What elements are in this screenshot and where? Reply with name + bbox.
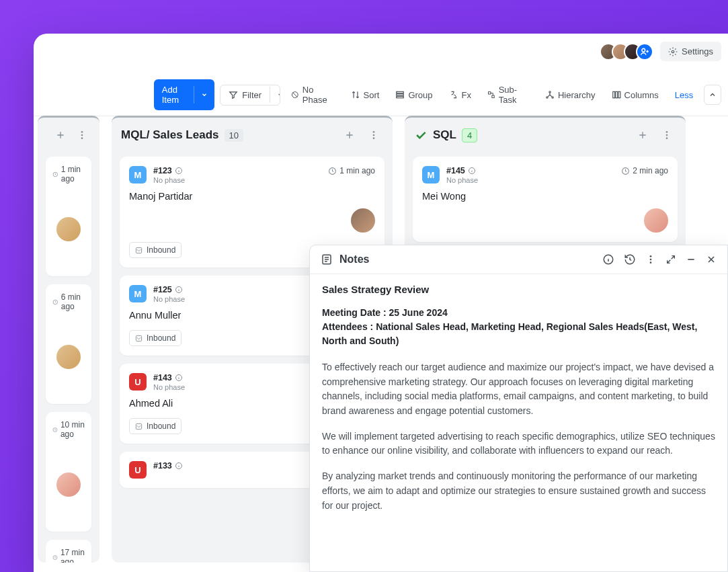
kanban-column-partial: 1 min ago 6 min ago 10 min ago 17 min ag…	[38, 116, 99, 563]
svg-point-32	[666, 131, 668, 133]
svg-rect-7	[492, 95, 494, 97]
assignee-avatar[interactable]	[644, 208, 668, 233]
card-tag[interactable]: Inbound	[129, 330, 181, 346]
card-tag[interactable]: Inbound	[129, 418, 181, 434]
subtask-button[interactable]: Sub-Task	[482, 81, 534, 109]
column-title: SQL	[433, 128, 456, 142]
expand-button[interactable]	[665, 254, 676, 265]
fx-button[interactable]: Fx	[444, 86, 477, 104]
info-button[interactable]	[602, 253, 614, 265]
subtask-icon	[487, 90, 495, 99]
notes-subtitle: Sales Strategy Review	[322, 284, 715, 295]
kanban-card[interactable]: 17 min ago	[46, 540, 91, 563]
svg-rect-4	[397, 94, 404, 95]
notes-title: Notes	[339, 253, 369, 265]
fx-icon	[449, 90, 458, 99]
chevron-down-icon[interactable]	[270, 87, 280, 103]
card-title: Mei Wong	[422, 191, 668, 202]
notes-meta: Meeting Date : 25 June 2024 Attendees : …	[322, 306, 715, 348]
more-button[interactable]	[645, 254, 656, 265]
card-type-badge: M	[129, 285, 147, 302]
svg-rect-26	[136, 247, 141, 253]
kanban-card[interactable]: M #145 No phase 2 min ago Mei Wong	[413, 157, 678, 242]
svg-point-39	[650, 255, 652, 257]
column-title: MQL/ Sales Leads	[121, 128, 219, 142]
settings-label: Settings	[682, 46, 713, 56]
notes-header: Notes	[310, 245, 727, 274]
notes-icon	[321, 253, 333, 265]
column-menu-button[interactable]	[364, 126, 383, 145]
card-id: #133	[153, 461, 183, 471]
svg-rect-6	[488, 92, 490, 94]
sort-button[interactable]: Sort	[346, 86, 385, 104]
group-button[interactable]: Group	[390, 86, 438, 104]
assignee-avatar[interactable]	[56, 217, 81, 241]
svg-point-34	[666, 137, 668, 139]
card-timestamp: 1 min ago	[328, 166, 375, 175]
assignee-avatar[interactable]	[56, 473, 81, 497]
svg-point-1	[672, 50, 674, 53]
no-phase-button[interactable]: No Phase	[286, 81, 339, 109]
svg-rect-30	[136, 423, 141, 429]
column-menu-button[interactable]	[657, 126, 676, 145]
card-tag[interactable]: Inbound	[129, 242, 181, 258]
kanban-card[interactable]: 1 min ago	[46, 157, 91, 276]
group-icon	[395, 90, 405, 99]
card-id: #123	[153, 166, 185, 175]
avatar-stack[interactable]	[605, 43, 653, 60]
filter-button[interactable]: Filter	[220, 85, 280, 106]
gear-icon	[668, 47, 678, 56]
card-type-badge: U	[129, 461, 147, 479]
svg-point-14	[81, 131, 83, 133]
column-menu-button[interactable]	[74, 126, 90, 145]
card-phase: No phase	[153, 295, 185, 303]
app-window: Settings Add Item Filter No Phase Sort G…	[34, 34, 728, 572]
topbar: Settings	[605, 42, 721, 61]
less-button[interactable]: Less	[670, 86, 698, 104]
add-user-button[interactable]	[636, 43, 653, 60]
columns-button[interactable]: Columns	[606, 86, 664, 104]
notes-body[interactable]: Sales Strategy Review Meeting Date : 25 …	[310, 274, 727, 571]
column-add-button[interactable]	[340, 126, 359, 145]
svg-point-41	[650, 261, 652, 263]
card-phase: No phase	[153, 383, 185, 391]
assignee-avatar[interactable]	[351, 208, 375, 233]
svg-rect-28	[136, 335, 141, 341]
column-count-badge: 4	[462, 128, 477, 142]
card-timestamp: 6 min ago	[52, 292, 85, 311]
svg-point-10	[552, 97, 553, 98]
collapse-button[interactable]	[704, 85, 721, 105]
kanban-card[interactable]: 10 min ago	[46, 412, 91, 532]
notes-panel: Notes Sales Strategy Review Meeting Date…	[309, 245, 728, 572]
card-phase: No phase	[446, 176, 478, 184]
chevron-down-icon[interactable]	[194, 86, 214, 104]
kanban-card[interactable]: 6 min ago	[46, 284, 91, 404]
card-phase: No phase	[153, 176, 185, 184]
chevron-up-icon	[709, 91, 717, 99]
svg-point-9	[547, 97, 548, 98]
svg-rect-11	[612, 91, 614, 97]
svg-point-0	[642, 48, 645, 52]
card-timestamp: 2 min ago	[621, 166, 668, 175]
card-id: #125	[153, 285, 185, 294]
svg-rect-5	[397, 96, 404, 97]
card-type-badge: U	[129, 373, 147, 391]
svg-point-21	[373, 131, 375, 133]
close-button[interactable]	[706, 254, 717, 265]
column-add-button[interactable]	[633, 126, 652, 145]
settings-button[interactable]: Settings	[660, 42, 721, 61]
check-icon	[414, 128, 428, 142]
notes-content: To effectively reach our target audience…	[322, 360, 715, 513]
svg-point-40	[650, 259, 652, 261]
hierarchy-button[interactable]: Hierarchy	[540, 86, 601, 104]
svg-point-15	[81, 134, 83, 136]
column-add-button[interactable]	[52, 126, 69, 145]
assignee-avatar[interactable]	[56, 345, 81, 369]
minimize-button[interactable]	[686, 254, 696, 265]
svg-point-16	[81, 137, 83, 139]
column-count-badge: 10	[225, 129, 243, 142]
history-button[interactable]	[624, 253, 636, 265]
sort-icon	[351, 90, 360, 99]
svg-rect-13	[618, 91, 620, 97]
card-timestamp: 1 min ago	[52, 165, 85, 183]
